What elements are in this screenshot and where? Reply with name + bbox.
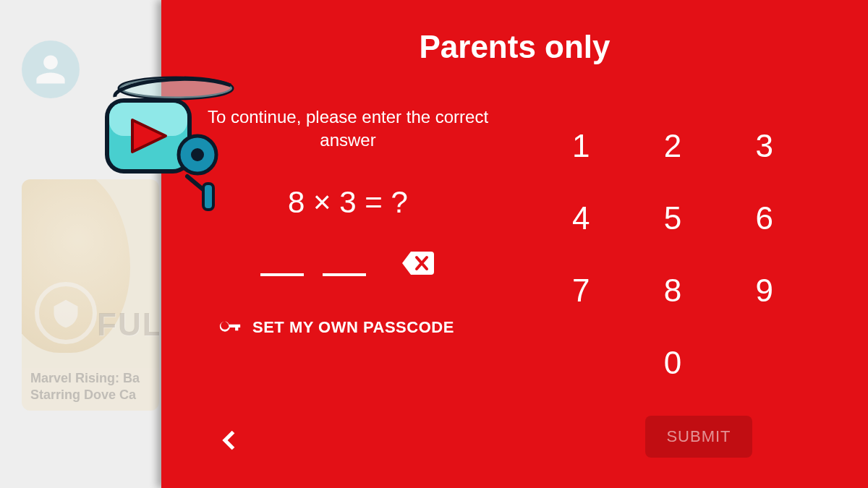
- instruction-text: To continue, please enter the correct an…: [203, 106, 493, 153]
- answer-digit-slot[interactable]: [323, 273, 366, 276]
- math-question: 8 × 3 = ?: [203, 185, 493, 220]
- numeric-keypad: 1 2 3 4 5 6 7 8 9 0: [535, 110, 810, 399]
- badge-icon: [35, 282, 97, 344]
- parents-only-modal: Parents only To continue, please enter t…: [161, 0, 868, 488]
- chevron-left-icon: [213, 426, 242, 455]
- keypad-3[interactable]: 3: [736, 117, 793, 175]
- background-card-partial-title: FUL: [97, 307, 159, 343]
- submit-button[interactable]: SUBMIT: [645, 416, 752, 458]
- keypad-9[interactable]: 9: [736, 262, 793, 320]
- keypad-8[interactable]: 8: [644, 262, 702, 320]
- svg-point-1: [119, 78, 232, 98]
- person-icon: [33, 52, 68, 87]
- backspace-button[interactable]: [401, 250, 435, 276]
- profile-avatar: [22, 40, 80, 98]
- set-passcode-button[interactable]: SET MY OWN PASSCODE: [218, 315, 454, 340]
- key-icon: [218, 315, 242, 340]
- svg-rect-2: [105, 98, 192, 174]
- keypad-1[interactable]: 1: [552, 117, 610, 175]
- keypad-6[interactable]: 6: [736, 189, 793, 247]
- back-button[interactable]: [210, 423, 245, 458]
- answer-digit-slot[interactable]: [260, 273, 304, 276]
- screen: FUL Marvel Rising: Ba Starring Dove Ca P…: [0, 0, 868, 488]
- keypad-7[interactable]: 7: [552, 262, 610, 320]
- set-passcode-label: SET MY OWN PASSCODE: [252, 318, 454, 337]
- svg-point-7: [191, 148, 204, 161]
- submit-label: SUBMIT: [666, 427, 731, 446]
- modal-title: Parents only: [161, 29, 868, 65]
- svg-rect-3: [109, 103, 187, 169]
- keypad-0[interactable]: 0: [644, 334, 702, 392]
- background-card-caption: Marvel Rising: Ba Starring Dove Ca: [30, 370, 153, 404]
- answer-input-slots: [203, 240, 493, 276]
- keypad-4[interactable]: 4: [552, 189, 610, 247]
- keypad-2[interactable]: 2: [644, 117, 702, 175]
- svg-rect-4: [109, 103, 187, 136]
- svg-point-0: [119, 78, 232, 98]
- backspace-icon: [401, 250, 435, 276]
- keypad-5[interactable]: 5: [644, 189, 702, 247]
